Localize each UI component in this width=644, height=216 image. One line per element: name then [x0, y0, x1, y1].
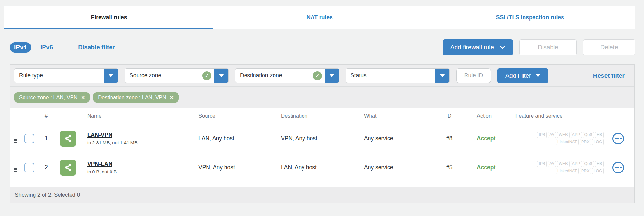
- header-index: #: [42, 113, 60, 119]
- tab-label: SSL/TLS inspection rules: [496, 14, 564, 21]
- disable-filter-link[interactable]: Disable filter: [78, 44, 115, 51]
- tab-label: Firewall rules: [91, 14, 127, 21]
- filter-chip-source-zone: Source zone : LAN, VPN ✕: [14, 92, 90, 103]
- tab-label: NAT rules: [306, 14, 332, 21]
- cell-id: #8: [446, 135, 477, 142]
- rule-id-input[interactable]: [456, 68, 491, 83]
- table-header-row: # Name Source Destination What ID Action…: [10, 108, 634, 124]
- header-destination: Destination: [281, 113, 364, 119]
- status-dropdown[interactable]: Status: [346, 68, 450, 83]
- check-circle-icon: ✓: [202, 71, 211, 80]
- badge-hb: HB: [595, 161, 604, 167]
- destination-zone-dropdown-caret-button[interactable]: [325, 68, 339, 83]
- delete-button[interactable]: Delete: [583, 39, 635, 55]
- drag-handle-icon[interactable]: [14, 139, 17, 143]
- tab-ssl-tls-inspection-rules[interactable]: SSL/TLS inspection rules: [425, 6, 635, 29]
- badge-ips: IPS: [537, 132, 547, 138]
- ellipsis-menu-icon[interactable]: [612, 162, 624, 173]
- badge-linkednat: LinkedNAT: [556, 139, 579, 145]
- badge-log: LOG: [592, 139, 604, 145]
- add-filter-label: Add Filter: [505, 72, 531, 79]
- ipv4-toggle[interactable]: IPv4: [10, 42, 31, 53]
- rule-type-tabbar: Firewall rules NAT rules SSL/TLS inspect…: [4, 6, 635, 29]
- cell-destination: VPN, Any host: [281, 135, 364, 142]
- header-action: Action: [477, 113, 515, 119]
- close-icon[interactable]: ✕: [81, 95, 85, 100]
- status-dropdown-label: Status: [346, 72, 435, 79]
- badge-ips: IPS: [537, 161, 547, 167]
- badge-qos: QoS: [583, 132, 594, 138]
- close-icon[interactable]: ✕: [170, 95, 174, 100]
- cell-what: Any service: [364, 135, 446, 142]
- caret-down-icon: [440, 74, 445, 77]
- cell-action: Accept: [477, 135, 515, 142]
- add-firewall-rule-label: Add firewall rule: [450, 44, 494, 51]
- ipv6-toggle[interactable]: IPv6: [40, 44, 53, 51]
- caret-down-icon: [329, 74, 334, 77]
- row-index: 1: [42, 135, 60, 142]
- cell-id: #5: [446, 164, 477, 171]
- showing-count-text: Showing 2 of 2. Selected 0: [15, 192, 80, 198]
- header-what: What: [364, 113, 446, 119]
- row-index: 2: [42, 164, 60, 171]
- reset-filter-link[interactable]: Reset filter: [593, 72, 625, 79]
- badge-av: AV: [548, 161, 556, 167]
- caret-down-icon: [536, 74, 540, 77]
- header-name: Name: [87, 113, 198, 119]
- filter-chip-label: Destination zone : LAN, VPN: [98, 94, 166, 101]
- share-icon: [60, 131, 76, 147]
- drag-handle-icon[interactable]: [14, 168, 17, 172]
- filter-row: Rule type Source zone ✓ Destination zone…: [10, 65, 634, 87]
- source-zone-dropdown-caret-button[interactable]: [214, 68, 228, 83]
- cell-destination: LAN, Any host: [281, 164, 364, 171]
- active-filter-chips: Source zone : LAN, VPN ✕ Destination zon…: [10, 87, 634, 108]
- tab-nat-rules[interactable]: NAT rules: [214, 6, 425, 29]
- filter-chip-label: Source zone : LAN, VPN: [19, 94, 78, 101]
- badge-qos: QoS: [583, 161, 594, 167]
- rule-name-link[interactable]: LAN-VPN: [87, 132, 112, 139]
- destination-zone-dropdown-label: Destination zone: [235, 72, 313, 79]
- cell-feature: IPS AV WEB APP QoS HB LinkedNAT PRX LOG: [515, 161, 634, 174]
- header-id: ID: [446, 113, 477, 119]
- rule-type-dropdown[interactable]: Rule type: [14, 68, 118, 83]
- badge-web: WEB: [557, 161, 569, 167]
- badge-app: APP: [571, 132, 582, 138]
- filter-chip-destination-zone: Destination zone : LAN, VPN ✕: [93, 92, 179, 103]
- badge-hb: HB: [595, 132, 604, 138]
- badge-app: APP: [571, 161, 582, 167]
- table-row: 1 LAN-VPN in 2.81 MB, out 1.41 MB LAN, A…: [10, 124, 634, 153]
- chevron-down-icon: [500, 46, 505, 49]
- badge-web: WEB: [557, 132, 569, 138]
- caret-down-icon: [219, 74, 224, 77]
- header-source: Source: [198, 113, 281, 119]
- status-dropdown-caret-button[interactable]: [435, 68, 449, 83]
- caret-down-icon: [108, 74, 113, 77]
- cell-source: VPN, Any host: [198, 164, 281, 171]
- rule-name-link[interactable]: VPN-LAN: [87, 161, 112, 168]
- rule-type-dropdown-caret-button[interactable]: [104, 68, 118, 83]
- row-checkbox[interactable]: [24, 134, 34, 143]
- source-zone-dropdown-label: Source zone: [125, 72, 202, 79]
- destination-zone-dropdown[interactable]: Destination zone ✓: [235, 68, 339, 83]
- share-icon: [60, 160, 76, 176]
- badge-linkednat: LinkedNAT: [556, 168, 579, 174]
- add-filter-button[interactable]: Add Filter: [497, 68, 548, 83]
- tab-firewall-rules[interactable]: Firewall rules: [4, 6, 214, 29]
- rule-type-dropdown-label: Rule type: [14, 72, 104, 79]
- badge-prx: PRX: [580, 168, 591, 174]
- rule-traffic: in 2.81 MB, out 1.41 MB: [87, 140, 198, 145]
- source-zone-dropdown[interactable]: Source zone ✓: [125, 68, 229, 83]
- ellipsis-menu-icon[interactable]: [612, 133, 624, 144]
- header-feature: Feature and service: [515, 113, 634, 119]
- disable-button[interactable]: Disable: [519, 39, 577, 55]
- feature-badges: IPS AV WEB APP QoS HB LinkedNAT PRX LOG: [537, 132, 604, 145]
- check-circle-icon: ✓: [313, 71, 322, 80]
- badge-av: AV: [548, 132, 556, 138]
- toolbar: IPv4 IPv6 Disable filter Add firewall ru…: [10, 39, 635, 55]
- feature-badges: IPS AV WEB APP QoS HB LinkedNAT PRX LOG: [537, 161, 604, 174]
- cell-action: Accept: [477, 164, 515, 171]
- row-checkbox[interactable]: [24, 163, 34, 172]
- add-firewall-rule-button[interactable]: Add firewall rule: [443, 39, 513, 55]
- firewall-rules-panel: Rule type Source zone ✓ Destination zone…: [10, 64, 635, 203]
- table-row: 2 VPN-LAN in 0 B, out 0 B VPN, Any host …: [10, 153, 634, 182]
